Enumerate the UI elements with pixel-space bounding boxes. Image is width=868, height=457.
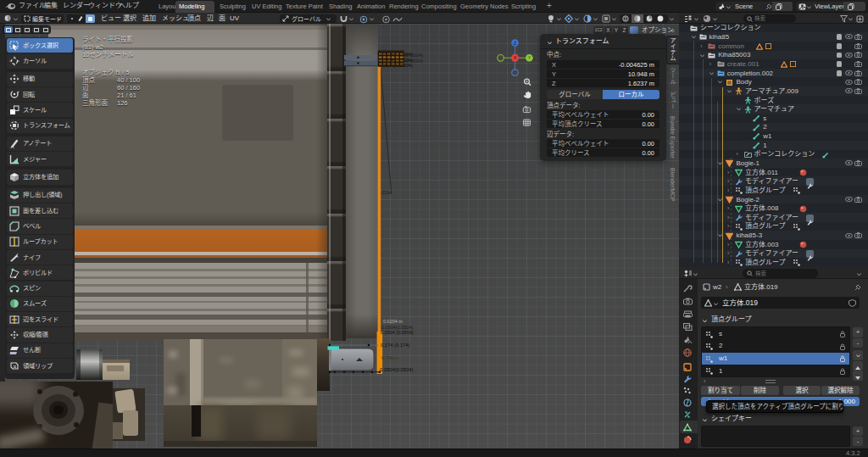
svg-text:(0.0504): (0.0504) bbox=[404, 53, 423, 58]
svg-text:(0.0504): (0.0504) bbox=[404, 59, 423, 64]
svg-text:0.0504(0.0504): 0.0504(0.0504) bbox=[380, 367, 413, 372]
svg-text:0.0204 m: 0.0204 m bbox=[383, 319, 403, 324]
svg-text:-22m: -22m bbox=[381, 190, 392, 195]
svg-text:Y: Y bbox=[528, 55, 531, 60]
svg-text:0.74km: 0.74km bbox=[381, 355, 398, 360]
svg-text:0.174 (0.174): 0.174 (0.174) bbox=[381, 343, 410, 348]
svg-text:0.0504 (0.0504): 0.0504 (0.0504) bbox=[381, 330, 414, 335]
svg-text:X: X bbox=[514, 55, 517, 60]
